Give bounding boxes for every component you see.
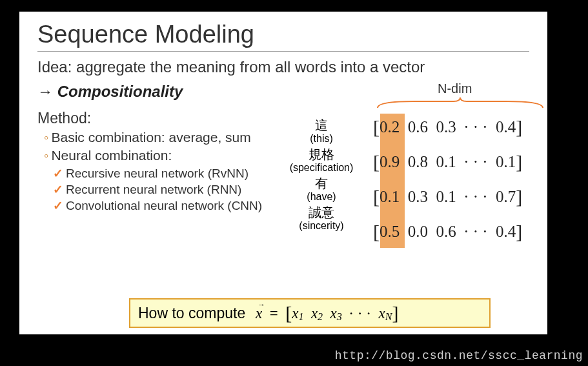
bullet-basic-text: Basic combination: average, sum (51, 130, 250, 145)
bullet-basic: ◦Basic combination: average, sum (44, 130, 283, 145)
slide: Sequence Modeling Idea: aggregate the me… (19, 12, 547, 334)
trans-2: (specification) (290, 162, 354, 173)
word-labels: 這(this) 規格(specification) 有(have) 誠意(sin… (273, 119, 370, 235)
word-row-1: 這(this) (273, 119, 370, 145)
word-1: 這 (315, 118, 328, 132)
vx1: x (292, 305, 298, 321)
title-divider (37, 51, 529, 52)
eq-sign: = (270, 305, 278, 321)
bullet-cnn: ✓Convolutional neural network (CNN) (53, 198, 283, 213)
cell: 0.8 (408, 153, 428, 170)
bullet-rvnn: ✓Recursive neural network (RvNN) (53, 166, 283, 181)
vsn: N (385, 311, 392, 322)
cell: 0.4 (496, 118, 516, 136)
cell: 0.0 (408, 223, 428, 240)
ndim-label: N-dim (438, 81, 472, 96)
cell: 0.9 (380, 153, 400, 170)
matrix-row-1: [0.2 0.6 0.3 · · · 0.4] (373, 116, 522, 138)
matrix-column: N-dim 這(this) 規格(specification) 有(have) … (283, 107, 529, 262)
word-row-4: 誠意(sincerity) (273, 206, 370, 232)
vdots: · · · (349, 305, 371, 321)
bullet-icon: ◦ (44, 130, 48, 145)
bullet-neural-text: Neural combination: (51, 148, 172, 163)
idea-text: Idea: aggregate the meaning from all wor… (37, 58, 529, 76)
bullet-icon: ◦ (44, 148, 48, 163)
word-4: 誠意 (309, 205, 334, 219)
method-label: Method: (37, 110, 283, 127)
trans-1: (this) (310, 133, 333, 144)
cell: · · · (464, 118, 487, 136)
arrow-icon: → (37, 83, 53, 100)
method-column: Method: ◦Basic combination: average, sum… (37, 107, 283, 214)
watermark: http://blog.csdn.net/sscc_learning (335, 349, 583, 362)
cell: 0.1 (380, 188, 400, 205)
matrix-row-2: [0.9 0.8 0.1 · · · 0.1] (373, 151, 522, 173)
brace-icon (376, 97, 544, 109)
cell: 0.5 (380, 223, 400, 240)
cell: 0.6 (436, 223, 456, 240)
vx2: x (311, 305, 318, 321)
cell: 0.4 (496, 223, 516, 240)
cell: 0.1 (496, 153, 516, 170)
bullet-rnn-text: Recurrent neural network (RNN) (66, 183, 241, 196)
vector-equation: x = [x1 x2 x3 · · · xN] (252, 302, 398, 324)
word-row-2: 規格(specification) (273, 148, 370, 174)
bullet-neural: ◦Neural combination: (44, 148, 283, 163)
vec-x: x (256, 305, 262, 322)
word-2: 規格 (309, 147, 334, 161)
cell: 0.1 (436, 153, 456, 170)
cell: 0.7 (496, 188, 516, 205)
cell: 0.3 (436, 118, 456, 136)
slide-title: Sequence Modeling (37, 21, 529, 48)
vs1: 1 (298, 311, 303, 322)
bullet-cnn-text: Convolutional neural network (CNN) (66, 199, 262, 212)
content-columns: Method: ◦Basic combination: average, sum… (37, 107, 529, 262)
word-row-3: 有(have) (273, 177, 370, 203)
cell: 0.1 (436, 188, 456, 205)
matrix: [0.2 0.6 0.3 · · · 0.4] [0.9 0.8 0.1 · ·… (373, 116, 522, 256)
check-icon: ✓ (53, 199, 63, 212)
vxn: x (379, 305, 385, 321)
cell: · · · (464, 153, 487, 170)
cell: 0.6 (408, 118, 428, 136)
vx3: x (330, 305, 337, 321)
vs3: 3 (337, 311, 342, 322)
cell: 0.3 (408, 188, 428, 205)
matrix-row-4: [0.5 0.0 0.6 · · · 0.4] (373, 221, 522, 243)
cell: · · · (464, 188, 487, 205)
compositionality-label: Compositionality (57, 83, 183, 100)
trans-3: (have) (307, 191, 336, 202)
word-3: 有 (315, 176, 328, 190)
bullet-rnn: ✓Recurrent neural network (RNN) (53, 182, 283, 197)
check-icon: ✓ (53, 183, 63, 196)
matrix-row-3: [0.1 0.3 0.1 · · · 0.7] (373, 186, 522, 208)
footer-label: How to compute (138, 305, 245, 322)
check-icon: ✓ (53, 167, 63, 180)
trans-4: (sincerity) (299, 220, 343, 231)
cell: 0.2 (380, 118, 400, 136)
cell: · · · (464, 223, 487, 240)
vs2: 2 (318, 311, 323, 322)
footer-box: How to compute x = [x1 x2 x3 · · · xN] (129, 298, 491, 328)
bullet-rvnn-text: Recursive neural network (RvNN) (66, 167, 248, 180)
